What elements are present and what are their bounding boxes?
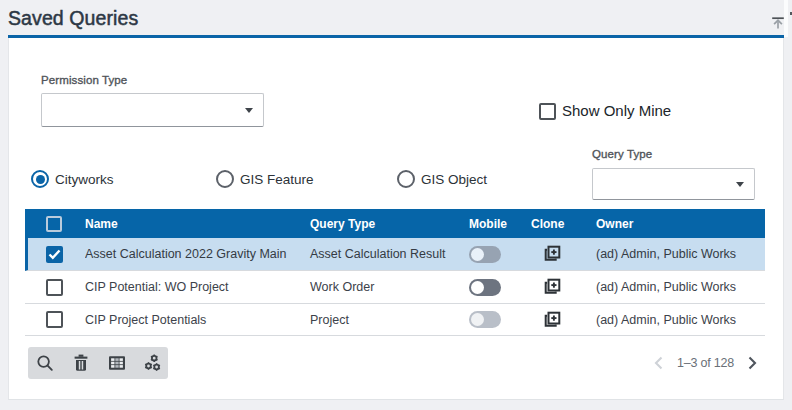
permission-type-select[interactable] [41, 93, 264, 127]
show-only-mine-label: Show Only Mine [562, 102, 671, 119]
toggle-knob [471, 281, 484, 294]
clone-button[interactable] [543, 245, 561, 263]
table-icon [107, 353, 127, 373]
row-checkbox[interactable] [46, 279, 63, 296]
settings-button[interactable] [143, 353, 163, 373]
column-header-mobile[interactable]: Mobile [469, 217, 531, 231]
column-header-name[interactable]: Name [85, 217, 310, 231]
saved-queries-table: Name Query Type Mobile Clone Owner Asset… [25, 209, 765, 336]
clone-button[interactable] [543, 278, 561, 296]
radio-cityworks[interactable]: Cityworks [31, 170, 114, 188]
pagination-range: 1–3 of 128 [677, 356, 734, 370]
clone-icon [543, 245, 561, 263]
trash-icon [71, 353, 91, 373]
query-type-label: Query Type [592, 148, 652, 160]
clone-button[interactable] [543, 311, 561, 329]
cell-query-type: Project [310, 313, 469, 327]
search-button[interactable] [35, 353, 55, 373]
column-header-query-type[interactable]: Query Type [310, 217, 469, 231]
clone-icon [543, 278, 561, 296]
table-header-row: Name Query Type Mobile Clone Owner [25, 209, 765, 238]
check-icon [48, 249, 61, 260]
table-row[interactable]: CIP Project Potentials Project (ad) Admi… [25, 304, 765, 336]
cell-name: CIP Project Potentials [85, 313, 310, 327]
search-icon [35, 353, 55, 373]
gears-icon [143, 353, 163, 373]
table-toolbar [28, 347, 168, 379]
page-title: Saved Queries [8, 7, 138, 30]
row-checkbox[interactable] [46, 246, 63, 263]
toggle-knob [471, 313, 484, 326]
show-only-mine-checkbox[interactable] [539, 103, 556, 120]
cell-owner: (ad) Admin, Public Works [596, 313, 765, 327]
cell-name: Asset Calculation 2022 Gravity Main [85, 247, 310, 261]
column-header-owner[interactable]: Owner [596, 217, 765, 231]
table-view-button[interactable] [107, 353, 127, 373]
select-all-checkbox[interactable] [46, 216, 62, 232]
column-header-clone[interactable]: Clone [531, 217, 596, 231]
row-checkbox[interactable] [46, 311, 63, 328]
cell-owner: (ad) Admin, Public Works [596, 247, 765, 261]
previous-page-button[interactable] [653, 355, 667, 371]
table-row[interactable]: CIP Potential: WO Project Work Order (ad… [25, 271, 765, 304]
cell-query-type: Asset Calculation Result [310, 247, 469, 261]
query-source-radio-group: Cityworks GIS Feature GIS Object [31, 170, 591, 188]
cell-name: CIP Potential: WO Project [85, 280, 310, 294]
radio-circle [397, 170, 415, 188]
next-page-button[interactable] [744, 355, 758, 371]
mobile-toggle[interactable] [469, 279, 501, 296]
delete-button[interactable] [71, 353, 91, 373]
radio-gis-feature[interactable]: GIS Feature [216, 170, 314, 188]
chevron-right-icon [747, 355, 758, 371]
cell-query-type: Work Order [310, 280, 469, 294]
clone-icon [543, 311, 561, 329]
caret-down-icon [736, 182, 744, 187]
cell-owner: (ad) Admin, Public Works [596, 280, 765, 294]
chevron-left-icon [653, 355, 664, 371]
radio-circle [216, 170, 234, 188]
mobile-toggle[interactable] [469, 311, 501, 328]
radio-circle [31, 170, 49, 188]
query-type-select[interactable] [592, 168, 755, 200]
table-row[interactable]: Asset Calculation 2022 Gravity Main Asse… [25, 238, 765, 271]
neighbor-panel-gap [784, 0, 788, 37]
pagination: 1–3 of 128 [653, 350, 758, 375]
mobile-toggle[interactable] [469, 246, 501, 263]
caret-down-icon [245, 108, 253, 113]
radio-gis-object[interactable]: GIS Object [397, 170, 487, 188]
permission-type-label: Permission Type [41, 74, 127, 86]
toggle-knob [471, 248, 484, 261]
